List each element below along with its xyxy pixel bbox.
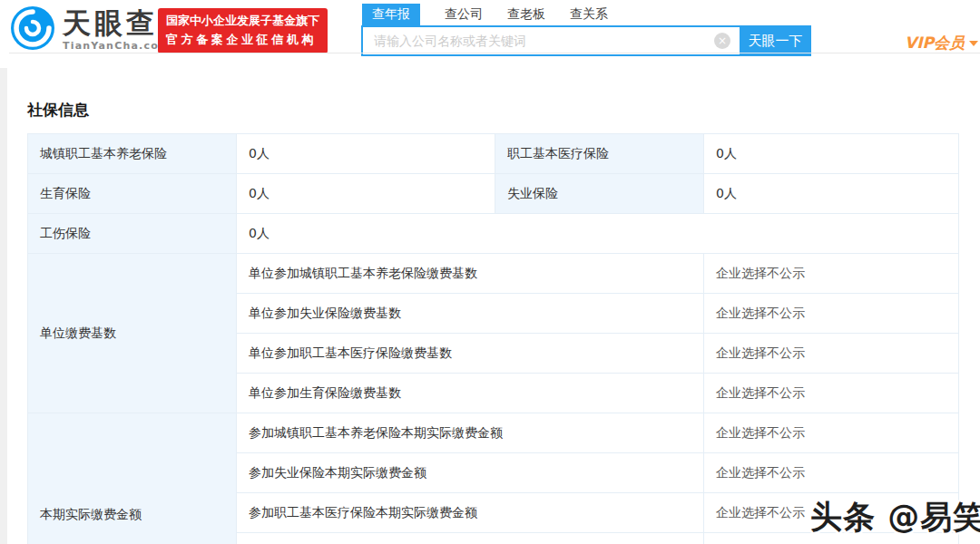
table-cell-empty <box>237 533 704 544</box>
page-title: 社保信息 <box>27 100 89 121</box>
brand-domain: TianYanCha.com <box>63 40 171 52</box>
brand-name: 天眼查 <box>63 8 171 38</box>
toutiao-watermark: 头条 @易笑寒 <box>810 496 980 539</box>
header-divider <box>9 53 980 53</box>
table-value: 0人 <box>237 174 495 214</box>
table-sublabel: 参加城镇职工基本养老保险本期实际缴费金额 <box>237 413 704 453</box>
search-category-tabs: 查年报 查公司 查老板 查关系 <box>362 4 608 25</box>
chevron-down-icon <box>969 41 978 46</box>
table-sublabel: 参加职工基本医疗保险本期实际缴费金额 <box>237 493 704 533</box>
tab-relations[interactable]: 查关系 <box>570 4 608 25</box>
badge-line1: 国家中小企业发展子基金旗下 <box>166 12 319 31</box>
table-label: 工伤保险 <box>28 214 237 254</box>
brand-logo[interactable]: 天眼查 TianYanCha.com <box>9 5 171 52</box>
table-label: 职工基本医疗保险 <box>495 134 704 174</box>
table-sublabel: 单位参加失业保险缴费基数 <box>237 294 704 334</box>
tab-annual-report[interactable]: 查年报 <box>362 4 420 25</box>
tab-company[interactable]: 查公司 <box>445 4 483 25</box>
table-sublabel: 单位参加城镇职工基本养老保险缴费基数 <box>237 254 704 294</box>
table-value: 企业选择不公示 <box>704 413 958 453</box>
table-sublabel: 单位参加生育保险缴费基数 <box>237 374 704 413</box>
tianyancha-logo-icon <box>9 5 56 52</box>
headcount-rows: 城镇职工基本养老保险 0人 职工基本医疗保险 0人 生育保险 0人 失业保险 0… <box>28 134 958 214</box>
section-payment-base: 单位缴费基数 单位参加城镇职工基本养老保险缴费基数 企业选择不公示 单位参加失业… <box>28 254 958 413</box>
table-label: 失业保险 <box>495 174 704 214</box>
table-sublabel: 参加失业保险本期实际缴费金额 <box>237 453 704 493</box>
table-label: 生育保险 <box>28 174 237 214</box>
table-sublabel: 单位参加职工基本医疗保险缴费基数 <box>237 334 704 374</box>
section-label: 单位缴费基数 <box>28 254 237 413</box>
tab-boss[interactable]: 查老板 <box>507 4 545 25</box>
table-value: 0人 <box>704 174 958 214</box>
table-value: 企业选择不公示 <box>704 374 958 413</box>
certification-badge: 国家中小企业发展子基金旗下 官方备案企业征信机构 <box>158 8 328 53</box>
table-label: 城镇职工基本养老保险 <box>28 134 237 174</box>
social-security-table: 城镇职工基本养老保险 0人 职工基本医疗保险 0人 生育保险 0人 失业保险 0… <box>27 133 959 544</box>
clear-search-icon[interactable]: × <box>714 33 730 49</box>
table-value: 企业选择不公示 <box>704 334 958 374</box>
vip-member-menu[interactable]: VIP会员 <box>905 33 978 53</box>
page-left-gutter <box>0 68 7 544</box>
table-value: 0人 <box>237 134 495 174</box>
table-value: 企业选择不公示 <box>704 294 958 334</box>
search-input[interactable] <box>361 25 740 56</box>
section-label: 本期实际缴费金额 <box>28 413 237 544</box>
brand-text: 天眼查 TianYanCha.com <box>63 8 171 52</box>
search-button[interactable]: 天眼一下 <box>740 25 811 56</box>
table-value: 企业选择不公示 <box>704 254 958 294</box>
table-value: 企业选择不公示 <box>704 453 958 493</box>
table-value: 0人 <box>237 214 958 254</box>
badge-line2: 官方备案企业征信机构 <box>166 31 319 50</box>
vip-member-label: VIP会员 <box>905 33 965 53</box>
search-bar: × 天眼一下 <box>361 25 811 56</box>
injury-row: 工伤保险 0人 <box>28 214 958 254</box>
table-value: 0人 <box>704 134 958 174</box>
